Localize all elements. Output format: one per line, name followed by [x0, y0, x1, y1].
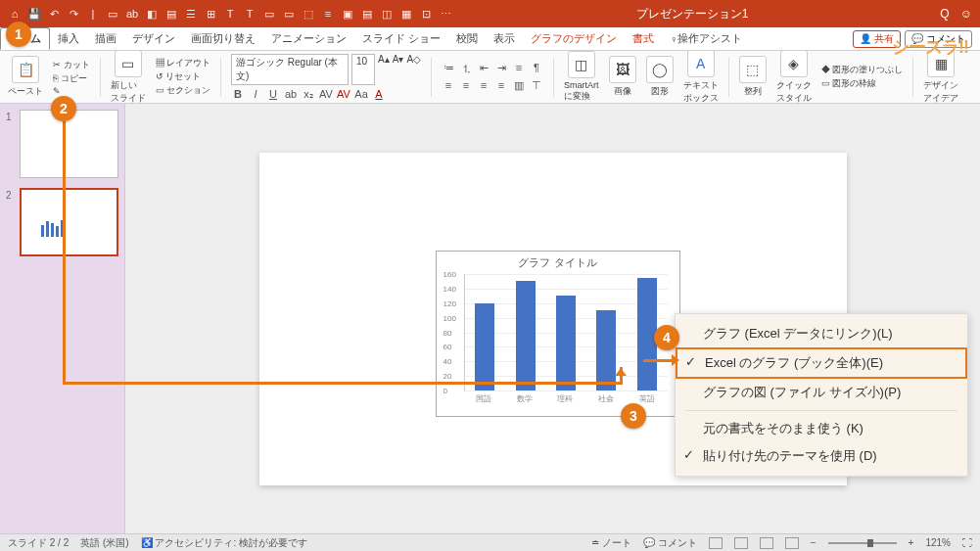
qat-icon[interactable]: ◧ [145, 7, 159, 21]
paste-option-dest-theme[interactable]: ✓貼り付け先のテーマを使用 (D) [676, 442, 967, 470]
qat-icon[interactable]: ⊡ [419, 7, 433, 21]
format-painter-button[interactable]: ✎ [53, 86, 90, 96]
reset-button[interactable]: ↺ リセット [156, 70, 211, 83]
slide-thumbnail[interactable] [20, 188, 118, 256]
paste-option-picture[interactable]: グラフの図 (ファイル サイズ小)(P) [676, 379, 967, 406]
zoom-out-icon[interactable]: − [811, 537, 817, 548]
grow-font-icon[interactable]: A▴ [378, 54, 390, 85]
qat-icon[interactable]: ⬚ [302, 7, 315, 21]
tab-review[interactable]: 校閲 [448, 27, 486, 50]
paste-option-link[interactable]: グラフ (Excel データにリンク)(L) [676, 320, 967, 347]
qat-icon[interactable]: ▣ [341, 7, 354, 21]
paste-option-keep-source[interactable]: 元の書式をそのまま使う (K) [676, 415, 967, 442]
case-icon[interactable]: Aa [354, 88, 368, 101]
arrange-icon[interactable]: ⬚ [739, 56, 767, 83]
paste-option-embed[interactable]: ✓Excel のグラフ (ブック全体)(E) [676, 347, 967, 379]
qat-icon[interactable]: T [223, 7, 237, 21]
reading-view-icon[interactable] [760, 537, 773, 549]
zoom-slider[interactable] [828, 542, 897, 544]
font-color-icon[interactable]: A [372, 88, 386, 101]
layout-button[interactable]: ▦ レイアウト [156, 57, 211, 69]
zoom-in-icon[interactable]: + [909, 537, 914, 548]
new-slide-icon[interactable]: ▭ [115, 51, 142, 77]
qat-icon[interactable]: ▦ [399, 7, 413, 21]
tab-slideshow[interactable]: スライド ショー [354, 27, 448, 50]
font-size-select[interactable]: 10 [351, 54, 375, 85]
char-icon[interactable]: AV [337, 88, 350, 101]
underline-icon[interactable]: U [266, 88, 280, 101]
qat-icon[interactable]: ⊞ [204, 7, 217, 21]
indent-dec-icon[interactable]: ⇤ [477, 62, 490, 76]
line-spacing-icon[interactable]: ≡ [512, 62, 526, 76]
strike-icon[interactable]: ab [284, 88, 298, 101]
shape-outline-button[interactable]: ▭ 図形の枠線 [821, 77, 904, 90]
align-left-icon[interactable]: ≡ [442, 79, 455, 92]
tab-draw[interactable]: 描画 [87, 27, 124, 50]
qat-icon[interactable]: ▤ [360, 7, 374, 21]
tab-view[interactable]: 表示 [486, 27, 523, 50]
qat-icon[interactable]: ◫ [380, 7, 394, 21]
numbering-icon[interactable]: ⒈ [459, 62, 473, 76]
quickstyle-icon[interactable]: ◈ [780, 51, 808, 77]
highlight-icon[interactable]: AV [319, 88, 333, 101]
language-status[interactable]: 英語 (米国) [80, 536, 128, 550]
tab-animations[interactable]: アニメーション [263, 27, 354, 50]
columns-icon[interactable]: ▥ [512, 79, 526, 92]
qat-icon[interactable]: ▤ [164, 7, 178, 21]
home-icon[interactable]: ⌂ [8, 7, 22, 21]
tab-design[interactable]: デザイン [124, 27, 183, 50]
qat-icon[interactable]: ab [125, 7, 139, 21]
qat-icon[interactable]: ▭ [106, 7, 119, 21]
comments-button[interactable]: 💬 コメント [643, 536, 697, 550]
qat-icon[interactable]: ▭ [262, 7, 276, 21]
indent-inc-icon[interactable]: ⇥ [494, 62, 508, 76]
tab-chart-design[interactable]: グラフのデザイン [523, 27, 625, 50]
redo-icon[interactable]: ↷ [67, 7, 80, 21]
slide-counter[interactable]: スライド 2 / 2 [8, 536, 69, 550]
chart-object[interactable]: グラフ タイトル 020406080100120140160 国語数学理科社会英… [436, 251, 680, 417]
font-name-select[interactable]: 游ゴシック Regular (本文) [231, 54, 349, 85]
save-icon[interactable]: 💾 [27, 7, 41, 21]
qat-icon[interactable]: T [243, 7, 257, 21]
help-icon[interactable]: ☺ [960, 7, 972, 21]
undo-icon[interactable]: ↶ [47, 7, 61, 21]
search-icon[interactable]: Q [940, 7, 949, 21]
qat-icon[interactable]: ▭ [282, 7, 296, 21]
zoom-level[interactable]: 121% [925, 537, 951, 548]
section-button[interactable]: ▭ セクション [156, 84, 211, 97]
cut-button[interactable]: ✂ カット [53, 59, 90, 71]
align-center-icon[interactable]: ≡ [459, 79, 473, 92]
qat-icon[interactable]: ☰ [184, 7, 198, 21]
watermark-logo: シースラ!! [892, 35, 968, 59]
qat-dots-icon[interactable]: ⋯ [439, 7, 452, 21]
sorter-view-icon[interactable] [734, 537, 748, 549]
sub-icon[interactable]: x₂ [302, 88, 315, 101]
paste-group: 📋 ペースト [8, 56, 43, 98]
clear-format-icon[interactable]: A◇ [406, 54, 421, 85]
tab-transitions[interactable]: 画面切り替え [183, 27, 263, 50]
justify-icon[interactable]: ≡ [494, 79, 508, 92]
tab-insert[interactable]: 挿入 [50, 27, 87, 50]
align-right-icon[interactable]: ≡ [477, 79, 490, 92]
text-dir-icon[interactable]: ¶ [530, 62, 543, 76]
notes-button[interactable]: ≐ ノート [591, 536, 631, 550]
align-top-icon[interactable]: ⊤ [530, 79, 543, 92]
italic-icon[interactable]: I [249, 88, 262, 101]
tab-format[interactable]: 書式 [625, 27, 662, 50]
shapes-icon[interactable]: ◯ [646, 56, 674, 83]
normal-view-icon[interactable] [709, 537, 723, 549]
qat-icon[interactable]: ≡ [321, 7, 335, 21]
bullets-icon[interactable]: ≔ [442, 62, 455, 76]
slideshow-view-icon[interactable] [785, 537, 799, 549]
accessibility-status[interactable]: ♿ アクセシビリティ: 検討が必要です [141, 536, 307, 550]
bold-icon[interactable]: B [231, 88, 245, 101]
shrink-font-icon[interactable]: A▾ [393, 54, 404, 85]
shape-fill-button[interactable]: ◆ 図形の塗りつぶし [821, 64, 904, 76]
picture-icon[interactable]: 🖼 [609, 56, 636, 83]
tab-tellme[interactable]: ♀ 操作アシスト [662, 27, 750, 50]
smartart-icon[interactable]: ◫ [568, 51, 595, 78]
fit-window-icon[interactable]: ⛶ [962, 537, 972, 548]
paste-icon[interactable]: 📋 [12, 56, 39, 83]
textbox-icon[interactable]: A [687, 51, 715, 77]
copy-button[interactable]: ⎘ コピー [53, 72, 90, 85]
